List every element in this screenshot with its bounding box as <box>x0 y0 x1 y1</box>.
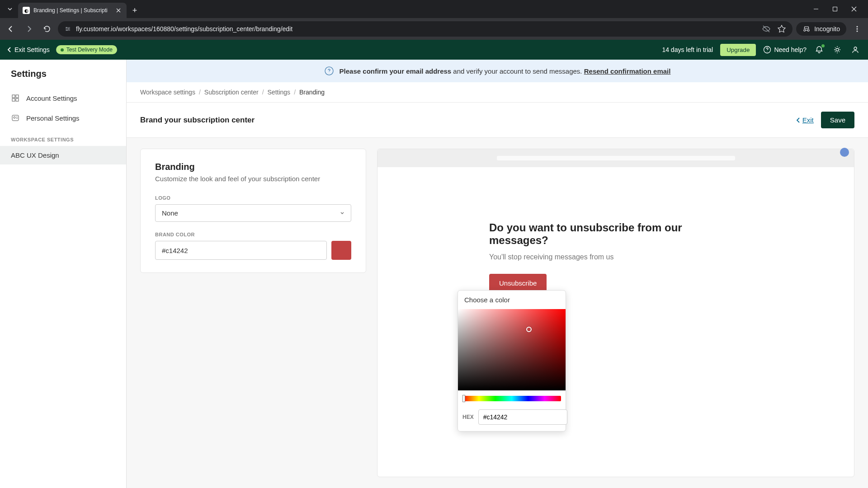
eye-off-icon[interactable] <box>762 24 771 33</box>
preview-subtitle: You'll stop receiving messages from us <box>489 253 742 261</box>
panel-title: Branding <box>155 162 351 172</box>
delivery-mode-badge[interactable]: Test Delivery Mode <box>56 45 117 54</box>
incognito-icon <box>802 25 811 33</box>
svg-rect-10 <box>12 95 15 98</box>
incognito-badge[interactable]: Incognito <box>796 22 846 36</box>
sidebar-item-label: Account Settings <box>26 94 77 102</box>
hex-label: HEX <box>462 414 474 420</box>
logo-value: None <box>162 209 178 217</box>
tab-title: Branding | Settings | Subscripti <box>33 7 111 14</box>
close-window-button[interactable] <box>847 2 861 16</box>
svg-rect-12 <box>12 99 15 101</box>
sidebar-title: Settings <box>0 69 126 88</box>
svg-point-3 <box>66 30 67 31</box>
reload-button[interactable] <box>40 22 54 36</box>
forward-button[interactable] <box>22 22 36 36</box>
unsubscribe-button[interactable]: Unsubscribe <box>489 274 547 292</box>
gear-icon <box>833 45 842 54</box>
bookmark-star-icon[interactable] <box>777 24 786 33</box>
exit-settings-link[interactable]: Exit Settings <box>7 46 50 53</box>
info-icon <box>324 66 334 76</box>
tab-close-icon[interactable] <box>115 7 122 14</box>
hue-cursor[interactable] <box>462 395 465 402</box>
preview-header-bar <box>377 149 854 167</box>
browser-tab[interactable]: ◐ Branding | Settings | Subscripti <box>18 3 127 18</box>
svg-point-9 <box>854 47 857 50</box>
sv-cursor[interactable] <box>526 327 532 332</box>
confirm-email-banner: Please confirm your email address and ve… <box>127 60 868 82</box>
color-picker-popover: Choose a color HEX <box>458 290 566 432</box>
loading-indicator <box>840 148 849 157</box>
breadcrumb-item[interactable]: Settings <box>268 89 291 96</box>
chevron-left-icon <box>796 117 801 123</box>
logo-label: LOGO <box>155 195 351 201</box>
incognito-label: Incognito <box>814 25 840 33</box>
chevron-down-icon <box>340 211 344 216</box>
sidebar-item-label: Personal Settings <box>26 114 80 122</box>
logo-select[interactable]: None <box>155 204 351 222</box>
svg-point-1 <box>66 27 67 28</box>
panel-subtitle: Customize the look and feel of your subs… <box>155 175 351 183</box>
settings-sidebar: Settings Account Settings Personal Setti… <box>0 60 127 488</box>
upgrade-button[interactable]: Upgrade <box>720 44 756 56</box>
tab-search-dropdown[interactable] <box>4 3 16 15</box>
hex-input[interactable] <box>478 409 567 425</box>
notifications-button[interactable] <box>814 44 825 55</box>
breadcrumbs: Workspace settings/ Subscription center/… <box>127 82 868 103</box>
sidebar-item-account[interactable]: Account Settings <box>0 88 126 108</box>
preview-header-placeholder <box>497 156 735 160</box>
browser-menu-button[interactable] <box>850 22 864 36</box>
delivery-mode-label: Test Delivery Mode <box>66 47 113 53</box>
sidebar-item-label: ABC UX Design <box>11 151 59 159</box>
save-button[interactable]: Save <box>821 112 854 128</box>
back-button[interactable] <box>4 22 18 36</box>
breadcrumb-current: Branding <box>299 89 325 96</box>
saturation-value-area[interactable] <box>458 309 566 390</box>
svg-point-6 <box>857 31 858 32</box>
personal-icon <box>11 113 20 122</box>
page-title: Brand your subscription center <box>140 116 255 125</box>
svg-rect-13 <box>16 99 19 101</box>
profile-button[interactable] <box>850 44 861 55</box>
settings-gear-button[interactable] <box>832 44 843 55</box>
svg-point-2 <box>68 28 69 29</box>
svg-rect-0 <box>833 7 837 11</box>
exit-link[interactable]: Exit <box>796 116 814 124</box>
preview-title: Do you want to unsubscribe from our mess… <box>489 221 742 247</box>
new-tab-button[interactable]: + <box>128 4 141 17</box>
app-header: Exit Settings Test Delivery Mode 14 days… <box>0 40 868 60</box>
tab-favicon: ◐ <box>23 7 30 14</box>
sidebar-section-label: WORKSPACE SETTINGS <box>0 128 126 146</box>
color-swatch-button[interactable] <box>331 241 351 260</box>
breadcrumb-item[interactable]: Subscription center <box>204 89 259 96</box>
site-settings-icon[interactable] <box>64 25 71 33</box>
svg-point-5 <box>857 28 858 30</box>
color-picker-title: Choose a color <box>458 291 566 309</box>
need-help-link[interactable]: Need help? <box>763 46 807 54</box>
maximize-button[interactable] <box>828 2 842 16</box>
trial-text: 14 days left in trial <box>662 46 713 53</box>
svg-point-4 <box>857 26 858 28</box>
exit-label: Exit <box>802 116 814 124</box>
sidebar-item-personal[interactable]: Personal Settings <box>0 108 126 128</box>
status-dot-icon <box>61 48 64 52</box>
breadcrumb-item[interactable]: Workspace settings <box>140 89 195 96</box>
brand-color-input[interactable] <box>155 241 327 260</box>
preview-panel: Do you want to unsubscribe from our mess… <box>377 149 854 477</box>
branding-panel: Branding Customize the look and feel of … <box>140 149 366 273</box>
need-help-label: Need help? <box>774 46 807 53</box>
notification-dot <box>821 44 825 47</box>
hue-slider[interactable] <box>462 396 561 401</box>
account-icon <box>11 94 20 103</box>
resend-email-link[interactable]: Resend confirmation email <box>584 67 671 75</box>
url-text: fly.customer.io/workspaces/160880/settin… <box>76 25 292 33</box>
minimize-button[interactable] <box>809 2 823 16</box>
url-bar[interactable]: fly.customer.io/workspaces/160880/settin… <box>58 21 793 37</box>
color-label: BRAND COLOR <box>155 232 351 237</box>
svg-rect-11 <box>16 95 19 98</box>
exit-settings-label: Exit Settings <box>14 46 50 53</box>
sidebar-item-workspace[interactable]: ABC UX Design <box>0 146 126 164</box>
banner-text: Please confirm your email address and ve… <box>340 67 671 75</box>
user-icon <box>851 45 860 54</box>
svg-point-15 <box>14 117 15 118</box>
